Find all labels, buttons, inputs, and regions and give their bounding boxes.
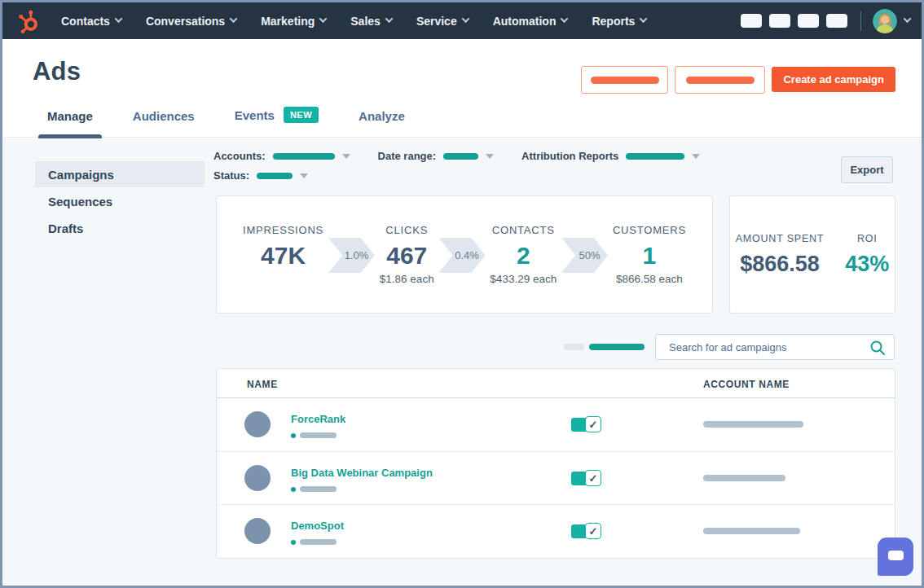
toggle-check-icon: ✓ xyxy=(585,416,601,432)
nav-toolbar-icon-placeholder[interactable] xyxy=(769,14,790,28)
nav-item-conversations[interactable]: Conversations xyxy=(146,15,236,28)
create-ad-campaign-button[interactable]: Create ad campaign xyxy=(772,67,895,92)
nav-item-reports[interactable]: Reports xyxy=(592,15,646,28)
account-name-placeholder xyxy=(703,528,800,534)
nav-item-service[interactable]: Service xyxy=(416,15,469,28)
roi-metric: ROI 43% xyxy=(845,233,889,277)
chevron-down-icon xyxy=(300,173,308,178)
date-range-filter-value-placeholder xyxy=(443,153,478,160)
chevron-down-icon xyxy=(385,15,393,23)
header-secondary-button-placeholder-2[interactable] xyxy=(675,66,765,94)
chevron-down-icon xyxy=(640,15,648,23)
sidebar-item-sequences[interactable]: Sequences xyxy=(2,188,205,214)
funnel-metrics-card: IMPRESSIONS 47K 1.0% CLICKS 467 $1.86 ea… xyxy=(216,195,713,314)
date-range-filter-label: Date range: xyxy=(378,150,437,162)
stage-cost-each: $1.86 each xyxy=(380,273,434,286)
nav-toolbar-icon-placeholder[interactable] xyxy=(741,14,762,28)
status-filter[interactable]: Status: xyxy=(213,169,308,182)
tab-audiences[interactable]: Audiences xyxy=(124,109,204,137)
user-avatar[interactable] xyxy=(873,9,897,33)
campaign-toggle[interactable]: ✓ xyxy=(571,470,601,487)
campaign-avatar xyxy=(244,411,271,437)
nav-item-label: Conversations xyxy=(146,15,225,28)
header-actions: Create ad campaign xyxy=(581,66,895,94)
column-header-name[interactable]: NAME xyxy=(247,379,278,390)
chevron-down-icon xyxy=(114,15,122,23)
date-range-filter[interactable]: Date range: xyxy=(378,150,495,162)
status-dot-icon xyxy=(291,487,296,492)
nav-item-sales[interactable]: Sales xyxy=(350,15,392,28)
table-row: ForceRank ✓ xyxy=(217,398,895,451)
table-header-row: NAME ACCOUNT NAME xyxy=(217,369,895,398)
tab-manage[interactable]: Manage xyxy=(38,109,102,137)
table-controls-row xyxy=(564,334,895,360)
nav-item-marketing[interactable]: Marketing xyxy=(261,15,326,28)
account-name-placeholder xyxy=(703,421,803,428)
conversion-arrow: 0.4% xyxy=(439,238,486,273)
status-filter-value-placeholder xyxy=(257,173,293,179)
funnel-stage-impressions: IMPRESSIONS 47K xyxy=(243,224,323,286)
page-header: Ads Create ad campaign Manage Audiences … xyxy=(2,39,922,138)
nav-toolbar-icon-placeholder[interactable] xyxy=(798,14,819,28)
status-text-placeholder xyxy=(300,432,337,438)
conversion-rate: 50% xyxy=(579,249,601,261)
status-text-placeholder xyxy=(300,539,337,545)
nav-item-label: Contacts xyxy=(61,15,110,28)
attribution-reports-filter[interactable]: Attribution Reports xyxy=(521,150,700,162)
campaign-toggle[interactable]: ✓ xyxy=(571,416,601,433)
attribution-reports-filter-value-placeholder xyxy=(626,153,684,160)
export-button[interactable]: Export xyxy=(841,156,893,183)
search-icon[interactable] xyxy=(869,340,886,359)
tab-events[interactable]: EventsNEW xyxy=(226,107,328,137)
funnel-stage-clicks: CLICKS 467 $1.86 each xyxy=(380,224,434,286)
stage-value: 2 xyxy=(517,242,530,269)
nav-toolbar-icon-placeholder[interactable] xyxy=(826,14,847,28)
sidebar-item-campaigns[interactable]: Campaigns xyxy=(35,161,205,187)
topbar-divider xyxy=(860,11,861,31)
nav-item-automation[interactable]: Automation xyxy=(493,15,568,28)
table-row: Big Data Webinar Campaign ✓ xyxy=(217,451,895,504)
conversion-arrow: 1.0% xyxy=(328,238,375,273)
accounts-filter-label: Accounts: xyxy=(213,150,266,162)
nav-item-label: Sales xyxy=(350,15,381,28)
chat-bubble-icon xyxy=(888,551,904,560)
filters-row-2: Status: xyxy=(213,169,700,182)
content-area: Campaigns Sequences Drafts Accounts: Dat… xyxy=(2,138,922,586)
funnel-stage-customers: CUSTOMERS 1 $866.58 each xyxy=(613,224,686,286)
filters-bar: Accounts: Date range: Attribution Report… xyxy=(213,150,700,182)
new-badge: NEW xyxy=(284,107,319,123)
accounts-filter[interactable]: Accounts: xyxy=(213,150,350,162)
status-text-placeholder xyxy=(300,486,337,492)
campaign-link-forcerank[interactable]: ForceRank xyxy=(291,413,345,425)
stage-label: IMPRESSIONS xyxy=(243,224,323,236)
avatar-image xyxy=(873,9,897,33)
tab-bar: Manage Audiences EventsNEW Analyze xyxy=(38,104,414,137)
amount-spent-value: $866.58 xyxy=(740,252,820,277)
campaign-toggle[interactable]: ✓ xyxy=(571,523,601,540)
control-placeholder-gray xyxy=(564,344,584,350)
chevron-down-icon xyxy=(561,15,569,23)
hubspot-logo-icon[interactable] xyxy=(12,5,45,37)
stage-label: CLICKS xyxy=(385,224,428,236)
stage-label: CONTACTS xyxy=(492,224,555,236)
account-chevron-down-icon[interactable] xyxy=(904,15,912,23)
campaign-name-block: ForceRank xyxy=(291,411,345,438)
account-name-placeholder xyxy=(703,475,785,481)
column-header-account-name[interactable]: ACCOUNT NAME xyxy=(703,379,790,390)
chat-widget-button[interactable] xyxy=(878,538,913,576)
campaign-link-big-data-webinar[interactable]: Big Data Webinar Campaign xyxy=(291,467,433,479)
header-secondary-button-placeholder-1[interactable] xyxy=(581,66,668,94)
stage-cost-each: $433.29 each xyxy=(490,273,557,286)
campaign-avatar xyxy=(244,465,271,491)
tab-analyze[interactable]: Analyze xyxy=(350,109,414,137)
campaigns-table: NAME ACCOUNT NAME ForceRank ✓ xyxy=(216,368,895,559)
stage-value: 467 xyxy=(386,242,427,269)
sidebar-item-drafts[interactable]: Drafts xyxy=(2,215,205,241)
campaign-link-demospot[interactable]: DemoSpot xyxy=(291,520,344,532)
nav-item-label: Service xyxy=(416,15,457,28)
nav-item-contacts[interactable]: Contacts xyxy=(61,15,121,28)
toggle-check-icon: ✓ xyxy=(585,470,601,486)
search-input[interactable] xyxy=(656,335,894,359)
tab-label: Manage xyxy=(47,109,93,123)
topbar-right-section xyxy=(733,9,910,33)
